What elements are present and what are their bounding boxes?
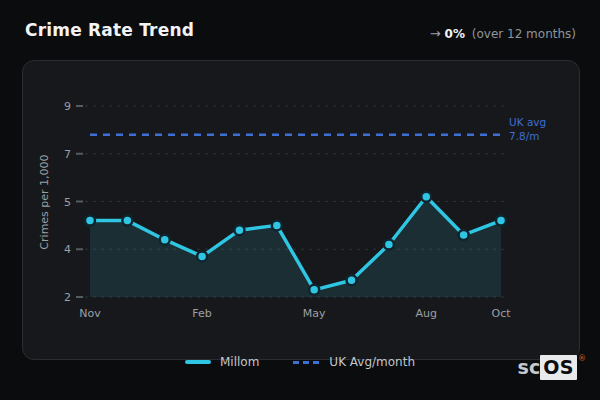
y-axis-title: Crimes per 1,000 xyxy=(38,154,51,249)
data-point-may[interactable] xyxy=(309,285,319,295)
x-tick-label: Oct xyxy=(491,307,511,320)
data-point-jan[interactable] xyxy=(160,235,170,245)
scos-logo: scOS® xyxy=(518,356,585,378)
y-tick-label: 4 xyxy=(64,243,71,256)
x-tick-label: May xyxy=(303,307,326,320)
legend-label-uk-avg: UK Avg/month xyxy=(329,355,415,369)
x-tick-label: Aug xyxy=(416,307,437,320)
y-tick-label: 2 xyxy=(64,291,71,304)
data-point-aug[interactable] xyxy=(421,192,431,202)
data-point-jul[interactable] xyxy=(384,239,394,249)
data-point-nov[interactable] xyxy=(85,216,95,226)
uk-avg-dashed-swatch xyxy=(293,361,320,364)
x-tick-label: Nov xyxy=(79,307,101,320)
data-point-sep[interactable] xyxy=(459,230,469,240)
data-point-oct[interactable] xyxy=(496,216,506,226)
legend-item-uk-avg[interactable]: UK Avg/month xyxy=(293,355,415,369)
data-point-mar[interactable] xyxy=(234,225,244,235)
uk-avg-label-line2: 7.8/m xyxy=(509,130,539,142)
logo-prefix: sc xyxy=(518,356,541,378)
y-tick-label: 9 xyxy=(64,100,71,113)
crime-rate-widget: Crime Rate Trend →0% (over 12 months) 97… xyxy=(0,0,600,400)
y-tick-label: 7 xyxy=(64,148,71,161)
data-point-jun[interactable] xyxy=(347,275,357,285)
data-point-feb[interactable] xyxy=(197,251,207,261)
data-point-dec[interactable] xyxy=(122,216,132,226)
data-point-apr[interactable] xyxy=(272,220,282,230)
millom-line-swatch xyxy=(185,360,211,364)
legend-label-millom: Millom xyxy=(220,355,259,369)
logo-suffix: OS xyxy=(540,355,577,380)
crime-trend-chart: 97542Crimes per 1,000NovFebMayAugOctUK a… xyxy=(0,0,600,400)
uk-avg-label-line1: UK avg xyxy=(509,116,546,128)
x-tick-label: Feb xyxy=(192,307,211,320)
registered-mark-icon: ® xyxy=(578,354,586,363)
y-tick-label: 5 xyxy=(64,196,71,209)
legend-item-millom[interactable]: Millom xyxy=(185,355,259,369)
chart-legend: Millom UK Avg/month xyxy=(0,352,600,372)
